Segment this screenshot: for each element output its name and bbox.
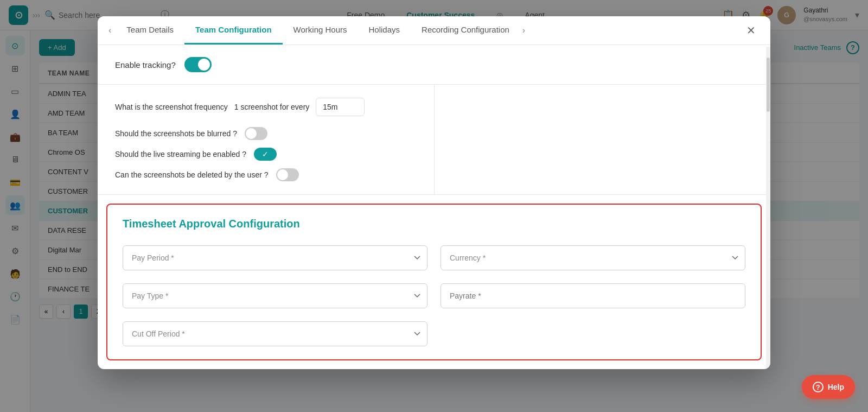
delete-toggle[interactable] [276, 168, 299, 181]
pay-period-select[interactable]: Pay Period * [123, 245, 427, 270]
tab-recording-configuration[interactable]: Recording Configuration [411, 16, 520, 45]
cut-off-period-field: Cut Off Period * [123, 321, 427, 346]
tab-team-details[interactable]: Team Details [116, 16, 184, 45]
tracking-toggle-knob [198, 59, 210, 71]
tab-forward-arrow[interactable]: › [522, 26, 525, 35]
blurred-toggle[interactable] [245, 127, 267, 140]
tracking-section: Enable tracking? [98, 45, 770, 85]
frequency-text: 1 screenshot for every [234, 103, 310, 111]
help-label: Help [828, 383, 844, 391]
pay-type-select[interactable]: Pay Type * [123, 283, 427, 308]
timesheet-row-1: Pay Period * select.pay-period-placehold… [123, 245, 745, 270]
delete-toggle-knob [277, 169, 288, 180]
timesheet-title: Timesheet Approval Configuration [123, 218, 745, 230]
cut-off-period-select[interactable]: Cut Off Period * [123, 321, 427, 346]
delete-label: Can the screenshots be deleted by the us… [115, 170, 269, 179]
frequency-row: What is the screenshot frequency 1 scree… [115, 98, 417, 116]
screenshot-left: What is the screenshot frequency 1 scree… [98, 85, 435, 194]
currency-field: Currency * [441, 245, 745, 270]
tab-working-hours[interactable]: Working Hours [283, 16, 358, 45]
live-streaming-toggle[interactable]: ✓ [254, 148, 277, 161]
frequency-select[interactable]: 5m 10m 15m 30m 1h [316, 98, 365, 116]
timesheet-row-2: Pay Type * [123, 283, 745, 308]
blurred-toggle-knob [246, 128, 257, 139]
modal-scrollbar-thumb [767, 58, 770, 112]
blurred-row: Should the screenshots be blurred ? [115, 127, 417, 140]
live-streaming-label: Should the live streaming be enabled ? [115, 150, 246, 159]
delete-row: Can the screenshots be deleted by the us… [115, 168, 417, 181]
help-question-icon: ? [813, 382, 824, 392]
timesheet-section: Timesheet Approval Configuration Pay Per… [106, 204, 762, 360]
cut-off-empty [441, 321, 745, 346]
live-streaming-row: Should the live streaming be enabled ? ✓ [115, 148, 417, 161]
tab-team-configuration[interactable]: Team Configuration [184, 16, 283, 45]
modal-close-button[interactable]: ✕ [742, 22, 760, 39]
timesheet-row-3: Cut Off Period * [123, 321, 745, 346]
modal-tabs: ‹ Team Details Team Configuration Workin… [98, 16, 770, 45]
tab-holidays[interactable]: Holidays [358, 16, 411, 45]
modal-body: Enable tracking? What is the screenshot … [98, 45, 770, 369]
modal-scrollbar[interactable] [766, 47, 770, 369]
frequency-label: What is the screenshot frequency [115, 103, 228, 111]
payrate-input[interactable] [441, 283, 745, 308]
pay-period-field: Pay Period * select.pay-period-placehold… [123, 245, 427, 270]
blurred-label: Should the screenshots be blurred ? [115, 129, 237, 138]
payrate-field [441, 283, 745, 308]
help-button[interactable]: ? Help [802, 375, 855, 399]
tracking-toggle[interactable] [184, 57, 212, 72]
tab-back-arrow[interactable]: ‹ [108, 26, 111, 35]
live-streaming-check: ✓ [262, 150, 269, 159]
modal: ‹ Team Details Team Configuration Workin… [98, 16, 770, 369]
pay-type-field: Pay Type * [123, 283, 427, 308]
screenshot-right [435, 85, 771, 194]
modal-overlay[interactable]: ‹ Team Details Team Configuration Workin… [0, 0, 868, 412]
tracking-label: Enable tracking? [115, 60, 176, 69]
screenshot-section: What is the screenshot frequency 1 scree… [98, 85, 770, 195]
currency-select[interactable]: Currency * [441, 245, 745, 270]
